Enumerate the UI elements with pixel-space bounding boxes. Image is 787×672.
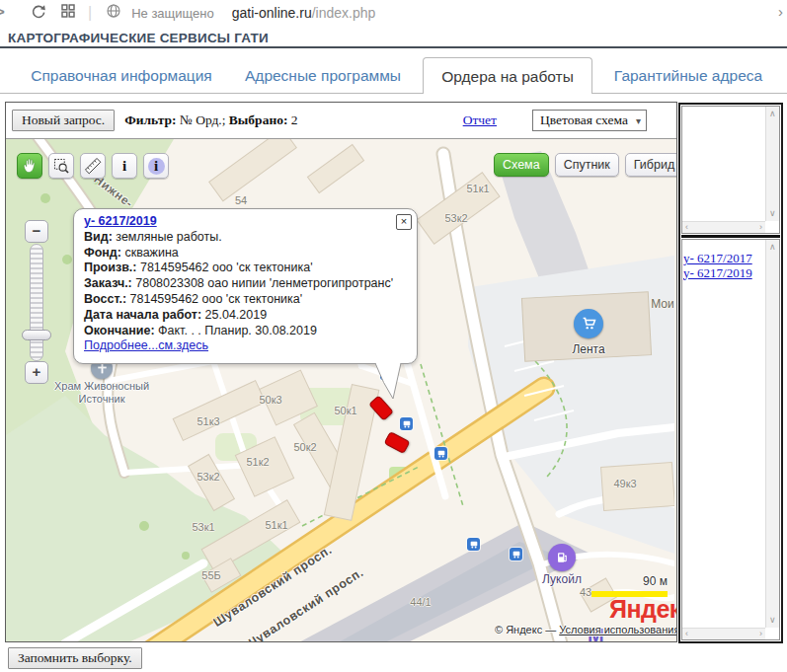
- color-scheme-select[interactable]: Цветовая схема▾: [532, 110, 647, 131]
- yandex-logo[interactable]: Яндекс: [609, 595, 676, 624]
- lukoil-poi-label: Лукойл: [542, 572, 582, 586]
- app-window: > | Не защищено gati-online.ru/index.php…: [0, 0, 787, 672]
- building-label: 50к3: [259, 394, 281, 406]
- apps-grid-icon[interactable]: [60, 3, 76, 23]
- tab-address-programs[interactable]: Адресные программы: [234, 57, 412, 94]
- filter-summary: Фильтр: № Орд.; Выбрано: 2: [124, 112, 297, 128]
- bus-stop-icon[interactable]: [400, 417, 413, 430]
- building-label: 43: [580, 586, 591, 598]
- building-label: 53к2: [197, 471, 219, 483]
- building-label: 50к1: [334, 405, 356, 416]
- map-type-scheme[interactable]: Схема: [494, 153, 549, 177]
- scroll-up-icon[interactable]: ∧: [769, 243, 776, 252]
- order-link[interactable]: у- 6217/2019: [84, 214, 157, 228]
- chevron-right-icon[interactable]: ›: [778, 3, 783, 20]
- bus-stop-icon[interactable]: [510, 548, 522, 560]
- globe-icon: [106, 3, 121, 23]
- remember-selection-button[interactable]: Запомнить выборку.: [8, 647, 142, 669]
- panel-toolbar: Новый запрос. Фильтр: № Орд.; Выбрано: 2…: [6, 103, 676, 138]
- page-title: КАРТОГРАФИЧЕСКИЕ СЕРВИСЫ ГАТИ: [8, 31, 269, 45]
- balloon-line: Заказч.: 7808023308 оао нипии 'ленметрог…: [84, 276, 407, 292]
- scroll-down-icon[interactable]: ∨: [769, 616, 776, 625]
- balloon-line: Дата начала работ: 25.04.2019: [84, 308, 407, 324]
- tab-reference-info[interactable]: Справочная информация: [22, 57, 221, 94]
- district-label: Мои: [651, 297, 674, 311]
- map-copyright: © Яндекс — Условия использования: [495, 624, 676, 635]
- scroll-left-icon[interactable]: ‹: [685, 630, 688, 638]
- balloon-close-button[interactable]: ×: [396, 214, 412, 230]
- address-bar[interactable]: gati-online.ru/index.php: [232, 5, 376, 21]
- sidebar-divider: [681, 235, 780, 238]
- forward-icon[interactable]: >: [0, 3, 5, 20]
- results-sidebar: ∧ ∨ ‹ › у- 6217/2017 у- 6217/2019 ∧ ∨ ‹ …: [678, 103, 783, 643]
- zoom-select-tool-button[interactable]: [48, 153, 74, 179]
- sidebar-top-box: ∧ ∨ ‹ ›: [681, 106, 780, 234]
- map-type-switcher: Схема Спутник Гибрид: [494, 153, 676, 177]
- sidebar-results-box: у- 6217/2017 у- 6217/2019 ∧ ∨ ‹ ›: [681, 239, 780, 640]
- balloon-tail: [371, 362, 407, 400]
- balloon-line: Восст.: 7814595462 ооо 'ск тектоника': [84, 292, 407, 308]
- vertical-scrollbar[interactable]: ∧ ∨: [765, 240, 779, 628]
- tab-bar: Справочная информация Адресные программы…: [0, 57, 787, 94]
- horizontal-scrollbar[interactable]: ‹ ›: [682, 221, 765, 233]
- bus-stop-icon[interactable]: [467, 538, 480, 551]
- zoom-slider-track[interactable]: [30, 244, 43, 361]
- divider: |: [88, 4, 92, 22]
- tab-warranty-addresses[interactable]: Гарантийные адреса: [600, 57, 776, 94]
- reload-icon[interactable]: [30, 3, 46, 24]
- bus-stop-icon[interactable]: [434, 447, 447, 460]
- url-host: gati-online.ru: [232, 5, 312, 21]
- lukoil-poi-icon[interactable]: [548, 544, 576, 571]
- terms-link[interactable]: Условия использования: [559, 624, 676, 635]
- scroll-up-icon[interactable]: ∧: [769, 110, 776, 118]
- info-tool-button[interactable]: i: [112, 153, 137, 179]
- map-type-hybrid[interactable]: Гибрид: [625, 153, 676, 177]
- tab-work-orders[interactable]: Ордера на работы: [423, 57, 592, 94]
- balloon-line: Вид: земляные работы.: [84, 230, 407, 246]
- chevron-down-icon: ▾: [636, 115, 641, 126]
- pan-tool-button[interactable]: [17, 153, 42, 179]
- title-rule: [0, 46, 787, 48]
- yandex-map[interactable]: Нижне- Шуваловский просп. Шуваловский пр…: [6, 138, 676, 641]
- balloon-line: Фонд: скважина: [84, 246, 407, 261]
- lenta-poi-label: Лента: [572, 342, 604, 356]
- building-label: 54: [235, 194, 247, 206]
- url-path: /index.php: [312, 5, 376, 21]
- ruler-tool-button[interactable]: [80, 153, 106, 179]
- scroll-right-icon[interactable]: ›: [759, 630, 762, 638]
- building-label: 53к2: [444, 212, 467, 224]
- balloon-line: Произв.: 7814595462 ооо 'ск тектоника': [84, 261, 407, 276]
- church-poi-label: Храм Живоносный Источник: [46, 380, 157, 406]
- details-link[interactable]: Подробнее...см.здесь: [84, 338, 208, 352]
- building-label: 55Б: [201, 569, 220, 581]
- zoom-out-button[interactable]: −: [25, 220, 48, 243]
- vertical-scrollbar[interactable]: ∧ ∨: [765, 107, 779, 221]
- scroll-left-icon[interactable]: ‹: [685, 223, 688, 232]
- map-type-satellite[interactable]: Спутник: [555, 153, 619, 177]
- zoom-slider-handle[interactable]: [22, 330, 51, 340]
- building-label: 44/1: [410, 596, 431, 608]
- building-label: 50к2: [293, 441, 316, 453]
- security-label: Не защищено: [131, 6, 214, 21]
- building-label: 51к3: [197, 415, 219, 427]
- order-balloon: у- 6217/2019 Вид: земляные работы. Фонд:…: [73, 208, 418, 364]
- building-label: 49к3: [613, 478, 636, 489]
- building-label: 51к2: [246, 456, 269, 468]
- report-link[interactable]: Отчет: [463, 112, 497, 128]
- balloon-line: Окончание: Факт. . . Планир. 30.08.2019: [84, 324, 407, 339]
- scale-label: 90 м: [591, 574, 668, 588]
- building-label: 51к1: [466, 183, 489, 194]
- building-label: 53к1: [192, 521, 214, 533]
- map-panel: Новый запрос. Фильтр: № Орд.; Выбрано: 2…: [5, 102, 677, 642]
- horizontal-scrollbar[interactable]: ‹ ›: [682, 628, 765, 639]
- browser-bar: > | Не защищено gati-online.ru/index.php…: [0, 0, 787, 26]
- scroll-right-icon[interactable]: ›: [759, 223, 762, 232]
- new-query-button[interactable]: Новый запрос.: [12, 110, 115, 131]
- lenta-poi-icon[interactable]: [574, 309, 603, 338]
- scroll-down-icon[interactable]: ∨: [769, 209, 776, 218]
- color-scheme-value: Цветовая схема: [540, 112, 628, 128]
- zoom-in-button[interactable]: +: [25, 361, 48, 384]
- building-label: 51к1: [265, 519, 287, 531]
- info-alt-tool-button[interactable]: i: [143, 153, 169, 179]
